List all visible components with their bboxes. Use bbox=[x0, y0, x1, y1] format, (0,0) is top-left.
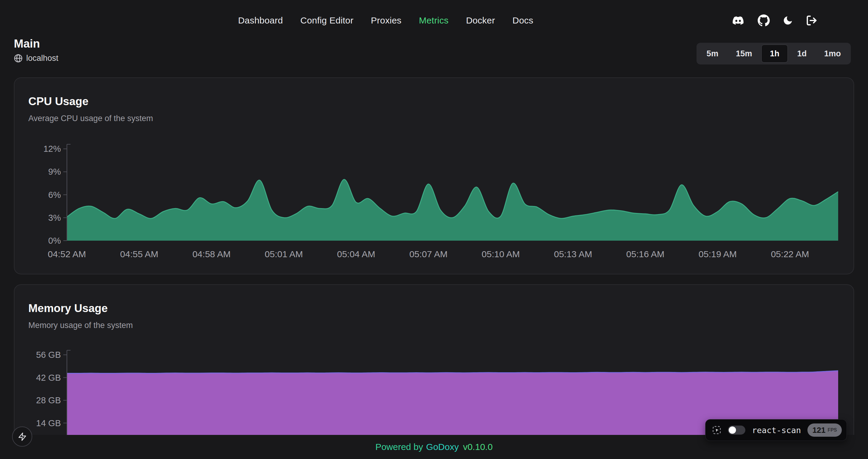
cpu-usage-chart: 0%3%6%9%12%04:52 AM04:55 AM04:58 AM05:01… bbox=[14, 138, 855, 259]
react-scan-toggle[interactable] bbox=[728, 426, 745, 435]
x-tick-label: 04:58 AM bbox=[192, 249, 230, 259]
time-range-1mo[interactable]: 1mo bbox=[816, 44, 849, 63]
x-tick-label: 05:04 AM bbox=[337, 249, 375, 259]
discord-icon[interactable] bbox=[731, 15, 745, 26]
card-subtitle: Average CPU usage of the system bbox=[14, 108, 854, 123]
fps-unit: FPS bbox=[828, 427, 837, 433]
y-tick-label: 42 GB bbox=[36, 373, 61, 383]
github-icon[interactable] bbox=[758, 14, 770, 27]
time-range-1d[interactable]: 1d bbox=[789, 44, 815, 63]
x-tick-label: 05:13 AM bbox=[554, 249, 592, 259]
x-tick-label: 04:52 AM bbox=[48, 249, 86, 259]
globe-icon bbox=[14, 54, 23, 63]
main-nav: DashboardConfig EditorProxiesMetricsDock… bbox=[238, 0, 533, 41]
logout-icon[interactable] bbox=[806, 15, 817, 26]
y-tick-label: 6% bbox=[48, 190, 61, 200]
x-tick-label: 05:22 AM bbox=[771, 249, 809, 259]
y-tick-label: 12% bbox=[43, 144, 61, 154]
time-range-15m[interactable]: 15m bbox=[727, 44, 760, 63]
header: DashboardConfig EditorProxiesMetricsDock… bbox=[0, 0, 868, 41]
x-tick-label: 05:07 AM bbox=[409, 249, 447, 259]
time-range-1h[interactable]: 1h bbox=[761, 44, 788, 63]
nav-item-metrics[interactable]: Metrics bbox=[419, 15, 448, 26]
nav-item-dashboard[interactable]: Dashboard bbox=[238, 15, 283, 26]
cpu-usage-card: CPU Usage Average CPU usage of the syste… bbox=[14, 77, 854, 274]
host-label: localhost bbox=[26, 54, 59, 63]
y-tick-label: 9% bbox=[48, 167, 61, 176]
app-root: DashboardConfig EditorProxiesMetricsDock… bbox=[0, 0, 868, 459]
time-range-selector: 5m15m1h1d1mo bbox=[696, 43, 851, 64]
card-title: CPU Usage bbox=[14, 78, 854, 108]
react-scan-toolbar: react-scan 121 FPS bbox=[705, 419, 847, 441]
scan-inspect-icon[interactable] bbox=[712, 426, 721, 435]
page-title: Main bbox=[14, 37, 59, 51]
lightning-button[interactable] bbox=[12, 426, 32, 447]
x-tick-label: 05:19 AM bbox=[699, 249, 737, 259]
x-tick-label: 05:01 AM bbox=[265, 249, 303, 259]
fps-value: 121 bbox=[812, 426, 825, 435]
y-tick-label: 56 GB bbox=[36, 350, 61, 360]
dark-mode-icon[interactable] bbox=[782, 15, 793, 26]
x-tick-label: 05:16 AM bbox=[626, 249, 664, 259]
footer-brand-link[interactable]: GoDoxy bbox=[426, 442, 459, 452]
page-title-block: Main localhost bbox=[14, 37, 59, 63]
toggle-knob bbox=[729, 426, 736, 434]
nav-item-config-editor[interactable]: Config Editor bbox=[301, 15, 353, 26]
footer-powered-by: Powered by bbox=[375, 442, 423, 452]
card-subtitle: Memory usage of the system bbox=[14, 315, 854, 330]
y-tick-label: 28 GB bbox=[36, 395, 61, 405]
nav-item-proxies[interactable]: Proxies bbox=[371, 15, 401, 26]
card-title: Memory Usage bbox=[14, 285, 854, 315]
nav-item-docker[interactable]: Docker bbox=[466, 15, 495, 26]
x-tick-label: 04:55 AM bbox=[120, 249, 158, 259]
fps-badge: 121 FPS bbox=[807, 423, 842, 437]
react-scan-label: react-scan bbox=[752, 426, 801, 435]
time-range-5m[interactable]: 5m bbox=[698, 44, 726, 63]
x-tick-label: 05:10 AM bbox=[482, 249, 520, 259]
footer-version: v0.10.0 bbox=[463, 442, 493, 452]
nav-item-docs[interactable]: Docs bbox=[513, 15, 533, 26]
y-tick-label: 3% bbox=[48, 213, 61, 223]
y-tick-label: 14 GB bbox=[36, 418, 61, 428]
y-tick-label: 0% bbox=[48, 236, 61, 245]
header-icons bbox=[731, 0, 817, 41]
